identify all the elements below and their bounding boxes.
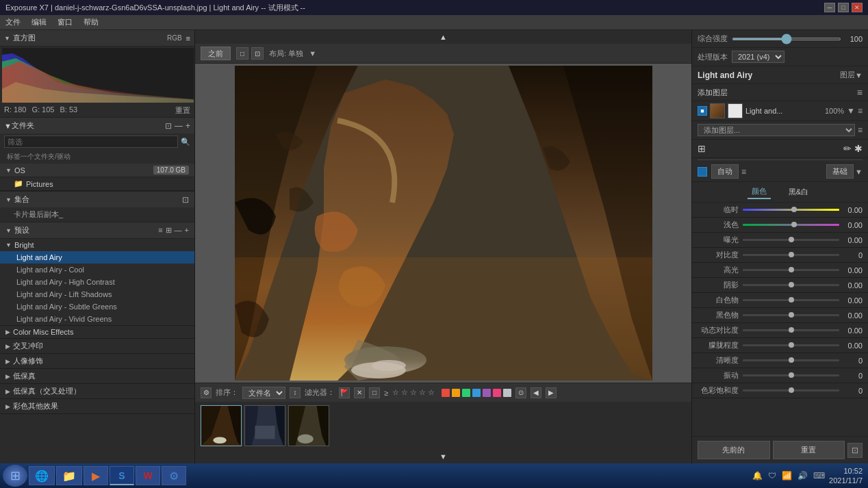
paint-brush-icon[interactable]: ✏ bbox=[843, 143, 852, 154]
tray-volume-icon[interactable]: 🔊 bbox=[796, 470, 809, 482]
slider-haze-thumb[interactable] bbox=[789, 342, 794, 348]
adj-basic-btn[interactable]: 基础 bbox=[826, 164, 854, 179]
add-layer-extra-icon[interactable]: ≡ bbox=[858, 125, 863, 135]
crop-icon[interactable]: ⊞ bbox=[698, 143, 706, 154]
slider-haze-track[interactable] bbox=[743, 344, 839, 346]
slider-contrast-track[interactable] bbox=[743, 254, 839, 256]
slider-clarity-track[interactable] bbox=[743, 359, 839, 361]
layer-menu-dots[interactable]: ≡ bbox=[857, 87, 863, 98]
adj-dropdown-icon[interactable]: ▼ bbox=[855, 168, 863, 176]
preset-light-airy-high-contrast[interactable]: Light and Airy - High Contrast bbox=[0, 276, 194, 288]
os-folder-item[interactable]: ▼ OS 107.0 GB bbox=[0, 164, 194, 177]
blue-filter-dot[interactable] bbox=[472, 389, 481, 397]
star-filter[interactable]: ☆ ☆ ☆ ☆ ☆ bbox=[392, 388, 435, 397]
tray-network-icon[interactable]: 📶 bbox=[780, 470, 793, 482]
tab-bw[interactable]: 黑&白 bbox=[784, 185, 813, 198]
green-filter-dot[interactable] bbox=[462, 389, 470, 397]
before-button[interactable]: 之前 bbox=[201, 47, 231, 60]
slider-exposure-thumb[interactable] bbox=[789, 237, 794, 242]
preset-group-color-misc-header[interactable]: ▶ Color Misc Effects bbox=[0, 326, 194, 338]
preset-light-and-airy[interactable]: Light and Airy bbox=[0, 251, 194, 264]
slider-tint-thumb[interactable] bbox=[791, 222, 797, 227]
red-filter-dot[interactable] bbox=[442, 389, 450, 397]
next-filmstrip-btn[interactable]: ▶ bbox=[546, 387, 557, 398]
histogram-reset-btn[interactable]: 重置 bbox=[175, 105, 190, 116]
slider-tint-track[interactable] bbox=[743, 224, 839, 226]
orange-filter-dot[interactable] bbox=[452, 389, 460, 397]
collection-item[interactable]: 卡片最后副本_ bbox=[0, 207, 194, 222]
taskbar-ie[interactable]: 🌐 bbox=[29, 466, 55, 485]
slider-whites-track[interactable] bbox=[743, 299, 839, 301]
adj-auto-btn[interactable]: 自动 bbox=[711, 164, 739, 179]
lasso-icon[interactable]: ⊙ bbox=[515, 387, 526, 398]
thumb-1[interactable] bbox=[201, 405, 242, 446]
taskbar-sogou[interactable]: S bbox=[110, 466, 134, 485]
add-layer-select[interactable]: 添加图层... bbox=[698, 124, 855, 136]
taskbar-media[interactable]: ▶ bbox=[84, 466, 108, 485]
slider-contrast-thumb[interactable] bbox=[789, 252, 794, 257]
export-icon[interactable]: ⊡ bbox=[847, 443, 863, 458]
tray-notification-icon[interactable]: 🔔 bbox=[751, 470, 764, 482]
slider-whites-thumb[interactable] bbox=[789, 297, 794, 303]
view-icon-square[interactable]: □ bbox=[236, 47, 248, 60]
menu-window[interactable]: 窗口 bbox=[58, 17, 73, 27]
menu-edit[interactable]: 编辑 bbox=[31, 17, 47, 27]
close-button[interactable]: ✕ bbox=[852, 3, 863, 12]
bottom-collapse-arrow[interactable]: ▼ bbox=[195, 450, 691, 463]
slider-saturation-thumb[interactable] bbox=[789, 387, 794, 393]
collections-header[interactable]: ▼ 集合 ⊡ bbox=[0, 192, 194, 207]
prev-btn[interactable]: 先前的 bbox=[698, 441, 770, 459]
taskbar-explorer[interactable]: 📁 bbox=[56, 466, 82, 485]
files-header[interactable]: ▼ 文件夹 ⊡ — + bbox=[0, 118, 194, 133]
top-collapse-arrow[interactable]: ▲ bbox=[195, 30, 691, 44]
layer-toggle[interactable]: ■ bbox=[698, 106, 707, 116]
adj-menu-icon[interactable]: ≡ bbox=[741, 167, 746, 177]
menu-file[interactable]: 文件 bbox=[5, 17, 21, 27]
preset-group-color-effects-header[interactable]: ▶ 彩色其他效果 bbox=[0, 399, 194, 413]
slider-temp-track[interactable] bbox=[743, 209, 839, 211]
tab-color[interactable]: 颜色 bbox=[748, 185, 771, 199]
tray-keyboard-icon[interactable]: ⌨ bbox=[812, 470, 826, 482]
purple-filter-dot[interactable] bbox=[483, 389, 491, 397]
minimize-button[interactable]: ─ bbox=[824, 3, 835, 12]
preset-light-airy-vivid-greens[interactable]: Light and Airy - Vivid Greens bbox=[0, 313, 194, 325]
preset-group-bright-header[interactable]: ▼ Bright bbox=[0, 239, 194, 251]
presets-header[interactable]: ▼ 预设 ≡ ⊞ — + bbox=[0, 222, 194, 239]
slider-vibrance-thumb[interactable] bbox=[789, 372, 794, 378]
adj-toggle[interactable] bbox=[698, 167, 707, 177]
slider-highlights-thumb[interactable] bbox=[789, 267, 794, 272]
slider-vibrance-track[interactable] bbox=[743, 374, 839, 376]
preset-group-cross-header[interactable]: ▶ 交叉冲印 bbox=[0, 339, 194, 353]
slider-dynamic-contrast-track[interactable] bbox=[743, 329, 839, 331]
thumb-2[interactable] bbox=[244, 405, 285, 446]
flag-icon[interactable]: 🚩 bbox=[339, 387, 350, 398]
slider-clarity-thumb[interactable] bbox=[789, 357, 794, 363]
start-button[interactable]: ⊞ bbox=[3, 465, 27, 487]
preset-group-lo-fi-cross-header[interactable]: ▶ 低保真（交叉处理） bbox=[0, 384, 194, 398]
layer-options-icon[interactable]: ≡ bbox=[858, 106, 863, 116]
view-icon-compare[interactable]: ⊡ bbox=[251, 47, 264, 60]
process-select[interactable]: 2021 (v4) bbox=[732, 51, 784, 63]
slider-shadows-track[interactable] bbox=[743, 284, 839, 286]
sort-direction-btn[interactable]: ↕ bbox=[290, 387, 301, 398]
maximize-button[interactable]: □ bbox=[838, 3, 849, 12]
preset-group-lo-fi-header[interactable]: ▶ 低保真 bbox=[0, 369, 194, 383]
flag-x-icon[interactable]: ✕ bbox=[354, 387, 365, 398]
flag-empty-icon[interactable]: □ bbox=[369, 387, 380, 398]
slider-exposure-track[interactable] bbox=[743, 239, 839, 241]
layout-dropdown-icon[interactable]: ▼ bbox=[309, 49, 316, 57]
filter-input[interactable] bbox=[4, 136, 178, 148]
layer-menu-icon[interactable]: ▼ bbox=[847, 106, 855, 116]
pictures-folder[interactable]: 📁 Pictures bbox=[0, 177, 194, 191]
strength-slider[interactable] bbox=[732, 38, 841, 40]
pink-filter-dot[interactable] bbox=[493, 389, 501, 397]
slider-saturation-track[interactable] bbox=[743, 389, 839, 391]
slider-blacks-thumb[interactable] bbox=[789, 312, 794, 318]
filmstrip-settings-btn[interactable]: ⚙ bbox=[201, 387, 212, 398]
taskbar-app6[interactable]: ⚙ bbox=[162, 466, 186, 485]
gray-filter-dot[interactable] bbox=[503, 389, 511, 397]
preset-light-airy-subtle-greens[interactable]: Light and Airy - Subtle Greens bbox=[0, 300, 194, 313]
taskbar-wps[interactable]: W bbox=[136, 466, 160, 485]
prev-filmstrip-btn[interactable]: ◀ bbox=[531, 387, 541, 398]
slider-temp-thumb[interactable] bbox=[791, 207, 797, 212]
